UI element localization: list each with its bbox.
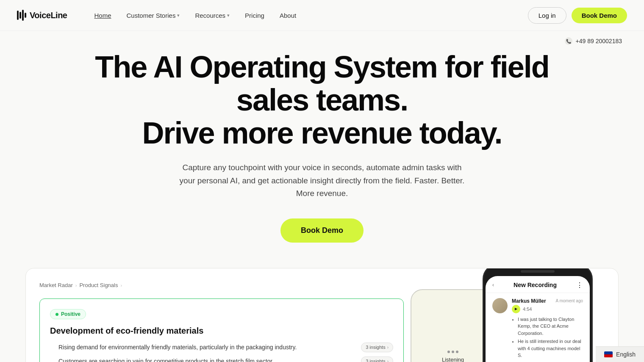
logo-bar-2 [19,12,21,19]
badge-dot [56,313,58,316]
transcript-item-1: I was just talking to Clayton Kemp, the … [518,316,583,337]
hero-subtitle: Capture any touchpoint with your voice i… [169,161,475,200]
phone-notch [521,270,555,273]
transcript-item-3: The estimated deal size is about 2... [518,360,583,362]
listening-text: Listening [442,356,464,362]
avatar-image [492,298,508,313]
phone-mockups: Listening ‹ New Recording ⋮ [411,268,593,362]
book-demo-nav-button[interactable]: Book Demo [572,8,627,23]
breadcrumb-sep-2: › [120,283,122,288]
logo-bar-1 [17,11,19,20]
phone-content: Markus Müller A moment ago ▶ 4:54 I was [486,293,590,362]
play-button[interactable]: ▶ [512,305,520,313]
logo-bar-4 [25,13,26,18]
nav-about[interactable]: About [273,8,303,22]
insight-title: Development of eco-friendly materials [50,326,393,336]
logo-bar-3 [22,10,24,21]
breadcrumb-sep-1: › [75,283,77,288]
phone-screen: ‹ New Recording ⋮ [486,276,590,362]
tag-arrow-1: › [387,358,389,362]
recording-name-row: Markus Müller A moment ago [512,298,583,304]
customer-stories-chevron: ▾ [177,13,180,18]
breadcrumb-item-2: Product Signals [79,282,118,288]
nav-actions: Log in Book Demo [528,7,627,24]
preview-card: Market Radar › Product Signals › Positiv… [25,268,619,362]
nav-links: Home Customer Stories ▾ Recources ▾ Pric… [88,8,528,22]
hero-title: The AI Operating System for field sales … [68,51,576,149]
brand-name: VoiceLine [30,11,67,20]
login-button[interactable]: Log in [528,7,566,24]
listening-dot-1 [447,351,450,353]
phone-menu-dots[interactable]: ⋮ [576,281,583,289]
listening-indicator [447,351,458,353]
recording-duration-row: ▶ 4:54 [512,305,583,313]
recording-user-name: Markus Müller [512,298,546,304]
recording-duration: 4:54 [523,307,532,312]
nav-home[interactable]: Home [88,8,118,22]
flag-red-stripe [604,354,613,357]
listening-dot-3 [456,351,458,353]
language-flag [604,351,613,357]
phone-header-title: New Recording [514,282,557,288]
logo[interactable]: VoiceLine [17,10,67,21]
nav-customer-stories[interactable]: Customer Stories ▾ [120,8,187,22]
nav-pricing[interactable]: Pricing [238,8,271,22]
listening-dot-2 [452,351,454,353]
nav-resources[interactable]: Recources ▾ [188,8,236,22]
insight-tag-1[interactable]: 3 insights › [361,356,393,362]
phone-icon: 📞 [565,37,572,45]
breadcrumb-item-1: Market Radar [39,282,73,288]
recording-meta: Markus Müller A moment ago ▶ 4:54 I was [512,298,583,362]
insight-list: Rising demand for environmentally friend… [50,343,393,362]
phone-contact-bar: 📞 +49 89 20002183 [560,35,627,47]
book-demo-hero-button[interactable]: Book Demo [280,218,364,243]
tag-arrow-0: › [387,344,389,351]
insight-tag-0[interactable]: 3 insights › [361,343,393,352]
resources-chevron: ▾ [227,13,230,18]
insight-badge: Positive [50,309,86,319]
avatar [492,298,508,313]
transcript-item-2: He is still interested in our deal with … [518,338,583,359]
insight-card: Positive Development of eco-friendly mat… [39,298,404,362]
preview-section: Market Radar › Product Signals › Positiv… [17,268,627,362]
recording-transcript: I was just talking to Clayton Kemp, the … [512,316,583,362]
list-item: Customers are searching in vain for comp… [58,356,393,362]
logo-icon [17,10,26,21]
phone-back-chevron[interactable]: ‹ [492,282,494,288]
recording-item: Markus Müller A moment ago ▶ 4:54 I was [492,298,583,362]
hero-section: The AI Operating System for field sales … [0,0,644,268]
navbar: VoiceLine Home Customer Stories ▾ Recour… [0,0,644,31]
language-label: English [616,351,636,358]
phone-number: +49 89 20002183 [576,38,622,44]
recording-time-ago: A moment ago [556,298,583,303]
list-item: Rising demand for environmentally friend… [58,343,393,352]
phone-front-mockup: ‹ New Recording ⋮ [483,268,593,362]
phone-screen-header: ‹ New Recording ⋮ [486,276,590,293]
language-bar: English [596,346,644,362]
